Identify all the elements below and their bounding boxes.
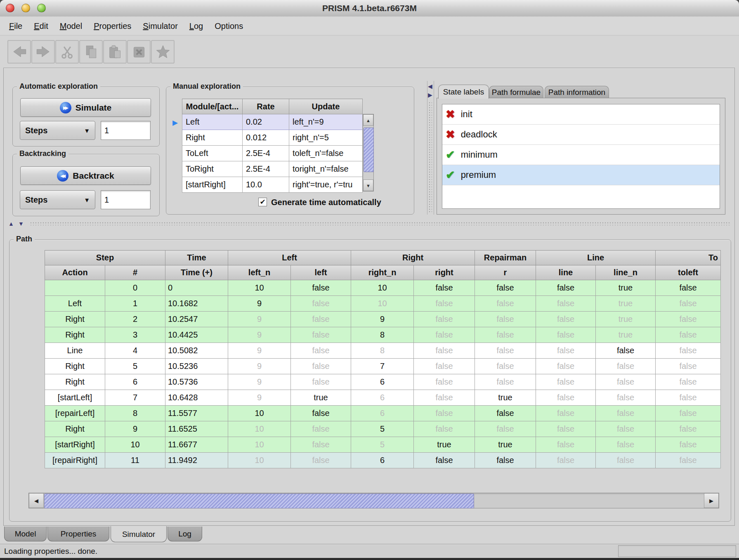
scroll-down-icon[interactable]: ▼ xyxy=(363,180,373,191)
toolbar-button-cut[interactable] xyxy=(55,40,79,64)
chevron-down-icon: ▼ xyxy=(84,127,90,134)
manual-row-left[interactable]: Left0.02left_n'=9 xyxy=(182,114,363,130)
path-cell: false xyxy=(536,327,596,343)
collapse-left-icon[interactable]: ◀ xyxy=(428,83,432,89)
simulate-steps-select[interactable]: Steps ▼ xyxy=(20,121,95,140)
path-col-header-right-n[interactable]: right_n xyxy=(351,265,414,280)
scroll-right-icon[interactable]: ▶ xyxy=(704,493,719,508)
tab-path-information[interactable]: Path information xyxy=(545,86,609,98)
menu-model[interactable]: Model xyxy=(54,17,88,35)
toolbar-button-back[interactable] xyxy=(7,40,31,64)
simulate-steps-input[interactable]: 1 xyxy=(101,121,151,140)
path-cell: true xyxy=(291,390,351,406)
path-row-4[interactable]: Line410.50829false8falsefalsefalsefalsef… xyxy=(45,343,721,359)
path-cell: false xyxy=(475,343,536,359)
path-col-header-right[interactable]: right xyxy=(414,265,475,280)
path-cell: 10 xyxy=(228,406,291,421)
path-col-header-toleft[interactable]: toleft xyxy=(656,265,721,280)
path-row-11[interactable]: [repairRight]1111.949210false6falsefalse… xyxy=(45,453,721,468)
state-label-row-deadlock[interactable]: ✖deadlock xyxy=(442,125,720,145)
menu-options[interactable]: Options xyxy=(209,17,249,35)
toolbar-button-bookmark[interactable] xyxy=(151,40,175,64)
horizontal-splitter[interactable]: ▲ ▼ xyxy=(4,220,734,227)
manual-row-toright[interactable]: ToRight2.5E-4toright_n'=false xyxy=(182,161,363,177)
manual-scrollbar-thumb[interactable] xyxy=(364,128,374,172)
tab-state-labels[interactable]: State labels xyxy=(438,85,489,99)
menu-log[interactable]: Log xyxy=(184,17,209,35)
path-col-header-r[interactable]: r xyxy=(475,265,536,280)
path-col-header-left-n[interactable]: left_n xyxy=(228,265,291,280)
toolbar-button-copy[interactable] xyxy=(79,40,103,64)
path-row-9[interactable]: Right911.652510false5falsefalsefalsefals… xyxy=(45,421,721,437)
toolbar-button-paste[interactable] xyxy=(103,40,127,64)
fast-forward-icon: ▸▸ xyxy=(60,102,71,113)
path-group-header-line: Line xyxy=(536,250,656,265)
path-cell: false xyxy=(291,343,351,359)
splitter-grip xyxy=(428,102,432,212)
state-label-row-minimum[interactable]: ✔minimum xyxy=(442,145,720,165)
collapse-up-icon[interactable]: ▲ xyxy=(8,221,14,227)
generate-time-checkbox[interactable]: ✔ xyxy=(258,198,267,206)
path-col-header-[interactable]: # xyxy=(105,265,165,280)
simulate-button[interactable]: ▸▸ Simulate xyxy=(20,98,151,117)
path-row-3[interactable]: Right310.44259false8falsefalsefalsetruef… xyxy=(45,327,721,343)
collapse-right-icon[interactable]: ▶ xyxy=(428,92,432,98)
menu-properties[interactable]: Properties xyxy=(88,17,137,35)
manual-col-header[interactable]: Rate xyxy=(243,99,289,114)
path-col-header-line-n[interactable]: line_n xyxy=(596,265,656,280)
vertical-splitter[interactable]: ◀ ▶ xyxy=(427,81,434,215)
manual-row-toleft[interactable]: ToLeft2.5E-4toleft_n'=false xyxy=(182,146,363,161)
path-cell: false xyxy=(596,343,656,359)
menu-edit[interactable]: Edit xyxy=(28,17,54,35)
scroll-up-icon[interactable]: ▲ xyxy=(363,114,373,126)
path-cell: false xyxy=(414,406,475,421)
scroll-left-icon[interactable]: ◀ xyxy=(29,493,44,508)
manual-cell: right'=true, r'=tru xyxy=(289,177,363,193)
path-scrollbar-thumb[interactable] xyxy=(44,494,474,508)
path-cell: false xyxy=(475,421,536,437)
tab-path-formulae[interactable]: Path formulae xyxy=(489,86,543,98)
manual-row-startright[interactable]: [startRight]10.0right'=true, r'=tru xyxy=(182,177,363,193)
state-label-row-init[interactable]: ✖init xyxy=(442,104,720,125)
bottom-tab-log[interactable]: Log xyxy=(168,527,202,541)
path-cell: 4 xyxy=(105,343,165,359)
bottom-tab-properties[interactable]: Properties xyxy=(47,527,109,541)
path-row-1[interactable]: Left110.16829false10falsefalsefalsetruef… xyxy=(45,296,721,312)
simulate-steps-value: 1 xyxy=(104,126,109,135)
manual-col-header[interactable]: Update xyxy=(289,99,363,114)
manual-row-right[interactable]: Right0.012right_n'=5 xyxy=(182,130,363,146)
path-row-6[interactable]: Right610.57369false6falsefalsefalsefalse… xyxy=(45,374,721,390)
path-row-2[interactable]: Right210.25479false9falsefalsefalsetruef… xyxy=(45,312,721,327)
backtrack-steps-input[interactable]: 1 xyxy=(101,190,151,209)
backtrack-button[interactable]: ◂◂ Backtrack xyxy=(20,166,151,185)
path-col-header-time[interactable]: Time (+) xyxy=(165,265,228,280)
toolbar-button-forward[interactable] xyxy=(31,40,55,64)
prism-window: PRISM 4.1.beta.r6673M FileEditModelPrope… xyxy=(0,0,739,560)
path-col-header-line[interactable]: line xyxy=(536,265,596,280)
bottom-tab-model[interactable]: Model xyxy=(4,527,47,541)
bottom-tab-simulator[interactable]: Simulator xyxy=(111,526,167,542)
path-row-5[interactable]: Right510.52369false7falsefalsefalsefalse… xyxy=(45,359,721,374)
menu-simulator[interactable]: Simulator xyxy=(137,17,183,35)
path-cell: false xyxy=(414,343,475,359)
path-cell: 1 xyxy=(105,296,165,312)
path-group-header-right: Right xyxy=(351,250,475,265)
path-row-10[interactable]: [startRight]1011.667710false5truetruefal… xyxy=(45,437,721,453)
manual-table-scrollbar[interactable]: ▲ ▼ xyxy=(363,114,374,191)
path-cell: false xyxy=(596,437,656,453)
path-col-header-left[interactable]: left xyxy=(291,265,351,280)
backtrack-steps-select[interactable]: Steps ▼ xyxy=(20,190,95,209)
state-label-row-premium[interactable]: ✔premium xyxy=(442,165,720,185)
path-table-hscrollbar[interactable]: ◀ ▶ xyxy=(28,493,719,508)
path-cell: 7 xyxy=(351,359,414,374)
collapse-down-icon[interactable]: ▼ xyxy=(18,221,24,227)
manual-col-header[interactable]: Module/[act... xyxy=(182,99,243,114)
path-cell: false xyxy=(656,343,721,359)
menu-file[interactable]: File xyxy=(3,17,28,35)
path-col-header-action[interactable]: Action xyxy=(45,265,105,280)
path-group-header-left: Left xyxy=(228,250,351,265)
path-row-7[interactable]: [startLeft]710.64289true6falsetruefalsef… xyxy=(45,390,721,406)
toolbar-button-delete[interactable] xyxy=(127,40,151,64)
path-row-0[interactable]: 0010false10falsefalsefalsetruefalse xyxy=(45,280,721,296)
path-row-8[interactable]: [repairLeft]811.557710false6falsefalsefa… xyxy=(45,406,721,421)
